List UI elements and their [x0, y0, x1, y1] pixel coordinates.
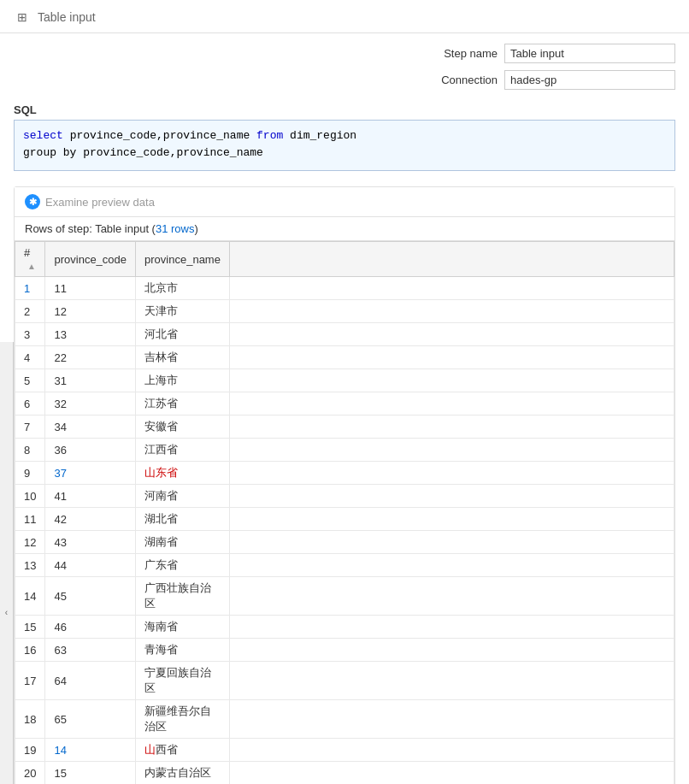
cell-name: 吉林省 [136, 346, 230, 369]
connection-label: Connection [441, 74, 498, 86]
cell-num: 8 [15, 439, 45, 462]
cell-code: 37 [45, 462, 136, 485]
table-row: 734安徽省 [15, 416, 674, 439]
cell-code: 42 [45, 508, 136, 531]
connection-row: Connection [14, 70, 675, 90]
cell-code: 65 [45, 700, 136, 739]
rows-info-prefix: Rows of step: Table input ( [25, 222, 156, 235]
cell-num: 18 [15, 700, 45, 739]
cell-name: 湖北省 [136, 508, 230, 531]
header-section: ⊞ Table input [0, 0, 689, 33]
table-row: 1041河南省 [15, 485, 674, 508]
table-row: 1445广西壮族自治区 [15, 577, 674, 616]
col-header-province-name[interactable]: province_name [136, 242, 230, 277]
rows-info: Rows of step: Table input (31 rows) [15, 217, 674, 241]
cell-extra [229, 346, 674, 369]
sql-section: SQL select province_code,province_name f… [0, 100, 689, 178]
cell-code: 14 [45, 739, 136, 762]
examine-icon: ✱ [25, 194, 40, 209]
cell-extra [229, 762, 674, 785]
cell-code: 32 [45, 392, 136, 416]
table-row: 422吉林省 [15, 346, 674, 369]
table-row: 531上海市 [15, 369, 674, 392]
examine-section: ✱ Examine preview data Rows of step: Tab… [14, 186, 675, 784]
cell-name: 河南省 [136, 485, 230, 508]
cell-code: 44 [45, 554, 136, 577]
col-header-province-code[interactable]: province_code [45, 242, 136, 277]
cell-name: 湖南省 [136, 531, 230, 554]
table-row: 1546海南省 [15, 616, 674, 639]
cell-num: 16 [15, 639, 45, 662]
cell-extra [229, 616, 674, 639]
cell-name: 宁夏回族自治区 [136, 662, 230, 700]
table-row: 1914山西省 [15, 739, 674, 762]
cell-name: 新疆维吾尔自治区 [136, 700, 230, 739]
cell-extra [229, 531, 674, 554]
cell-name: 海南省 [136, 616, 230, 639]
cell-code: 43 [45, 531, 136, 554]
cell-code: 34 [45, 416, 136, 439]
cell-name: 安徽省 [136, 416, 230, 439]
cell-code: 45 [45, 577, 136, 616]
cell-num: 9 [15, 462, 45, 485]
cell-code: 36 [45, 439, 136, 462]
cell-num: 10 [15, 485, 45, 508]
cell-extra [229, 300, 674, 323]
cell-code: 15 [45, 762, 136, 785]
cell-name: 江苏省 [136, 392, 230, 416]
table-row: 1663青海省 [15, 639, 674, 662]
cell-num: 6 [15, 392, 45, 416]
step-name-row: Step name [14, 44, 675, 63]
cell-extra [229, 485, 674, 508]
select-keyword: select [23, 129, 63, 142]
cell-code: 41 [45, 485, 136, 508]
sql-line1: select province_code,province_name from … [23, 127, 666, 144]
table-input-icon: ⊞ [14, 9, 31, 26]
table-row: 836江西省 [15, 439, 674, 462]
scroll-left-arrow: ‹ [5, 608, 8, 617]
table-header-row: # ▲ province_code province_name [15, 242, 674, 277]
table-row: 1142湖北省 [15, 508, 674, 531]
cell-name: 广西壮族自治区 [136, 577, 230, 616]
sql-label: SQL [14, 103, 675, 116]
cell-name: 江西省 [136, 439, 230, 462]
cell-num: 19 [15, 739, 45, 762]
examine-header[interactable]: ✱ Examine preview data [15, 187, 674, 217]
scroll-indicator[interactable]: ‹ [0, 342, 14, 784]
page-container: ⊞ Table input Step name Connection SQL s… [0, 0, 689, 784]
cell-code: 46 [45, 616, 136, 639]
rows-count: 31 rows [156, 222, 195, 235]
cell-code: 12 [45, 300, 136, 323]
cell-num: 3 [15, 323, 45, 346]
table-row: 212天津市 [15, 300, 674, 323]
table-row: 632江苏省 [15, 392, 674, 416]
cell-name: 天津市 [136, 300, 230, 323]
sql-editor[interactable]: select province_code,province_name from … [14, 120, 675, 171]
cell-extra [229, 369, 674, 392]
cell-extra [229, 462, 674, 485]
cell-code: 13 [45, 323, 136, 346]
cell-name: 青海省 [136, 639, 230, 662]
step-name-input[interactable] [504, 44, 675, 63]
cell-num: 4 [15, 346, 45, 369]
cell-extra [229, 739, 674, 762]
cell-name: 河北省 [136, 323, 230, 346]
cell-num: 15 [15, 616, 45, 639]
cell-name: 上海市 [136, 369, 230, 392]
examine-label: Examine preview data [45, 196, 155, 209]
table-row: 1865新疆维吾尔自治区 [15, 700, 674, 739]
cell-code: 64 [45, 662, 136, 700]
table-row: 1764宁夏回族自治区 [15, 662, 674, 700]
cell-extra [229, 577, 674, 616]
connection-input[interactable] [504, 70, 675, 90]
cell-code: 31 [45, 369, 136, 392]
sql-fields: province_code,province_name [70, 129, 256, 142]
cell-extra [229, 439, 674, 462]
table-row: 937山东省 [15, 462, 674, 485]
table-row: 2015内蒙古自治区 [15, 762, 674, 785]
col-header-num[interactable]: # ▲ [15, 242, 45, 277]
sql-line2: group by province_code,province_name [23, 144, 666, 162]
cell-name: 广东省 [136, 554, 230, 577]
sql-table: dim_region [290, 129, 356, 142]
step-name-label: Step name [444, 47, 498, 60]
